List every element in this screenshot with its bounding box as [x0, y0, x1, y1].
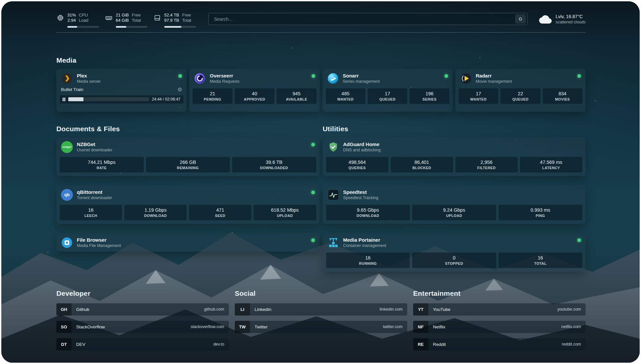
- overseerr-card-header: Overseerr Media Requests: [189, 69, 320, 87]
- portainer-titles: Media Portainer Container management: [343, 237, 386, 249]
- stat-box: 17QUEUED: [368, 88, 407, 104]
- social-bookmarks: Social LI LinkedIn linkedin.com TW Twitt…: [235, 289, 407, 350]
- service-subtitle: Usenet downloader: [77, 147, 112, 153]
- bookmark-twitter[interactable]: TW Twitter twitter.com: [235, 321, 407, 333]
- playback-progress-fill: [68, 97, 83, 101]
- adguard-card[interactable]: AdGuard Home DNS and adblocking 498,564Q…: [323, 137, 586, 176]
- cpu-stat: 31% 2.94 CPU Load: [56, 13, 100, 28]
- system-stats: 31% 2.94 CPU Load: [56, 13, 197, 28]
- overseerr-icon: [194, 73, 206, 84]
- speedtest-icon: [327, 189, 339, 201]
- bookmark-reddit[interactable]: RE Reddit reddit.com: [413, 338, 586, 350]
- cpu-icon: [56, 14, 64, 22]
- status-dot: [178, 74, 182, 78]
- filebrowser-icon: [61, 237, 73, 249]
- bookmark-name: Reddit: [433, 342, 446, 347]
- stat-box: 9.24 GbpsUPLOAD: [412, 205, 496, 220]
- radarr-icon: [460, 73, 472, 84]
- player-row: 24:44 / 02:06:47: [60, 95, 183, 104]
- cloud-icon: [539, 14, 552, 24]
- stat-box: 0.993 msPING: [499, 205, 583, 220]
- cpu-values: 31% 2.94: [67, 13, 76, 23]
- speedtest-titles: Speedtest Speedtest Tracking: [343, 189, 379, 201]
- stat-box: 40APPROVED: [235, 88, 274, 104]
- filebrowser-card-header: File Browser Media File Management: [56, 233, 320, 252]
- bookmark-abbr: RE: [413, 338, 428, 350]
- bookmark-netflix[interactable]: NF Netflix netflix.com: [413, 321, 586, 333]
- portainer-card[interactable]: Media Portainer Container management 16R…: [323, 233, 586, 272]
- nzbget-card-header: nzbget NZBGet Usenet downloader: [56, 137, 320, 156]
- dashboard-content: 31% 2.94 CPU Load: [1, 1, 640, 363]
- radarr-titles: Radarr Movie management: [476, 73, 512, 84]
- nzbget-titles: NZBGet Usenet downloader: [77, 141, 112, 153]
- pause-icon[interactable]: [63, 98, 65, 101]
- stat-box: 485WANTED: [326, 88, 365, 104]
- qbittorrent-card[interactable]: qb qBittorrent Torrent downloader 16LEEC…: [56, 185, 320, 224]
- service-subtitle: Media Requests: [210, 79, 239, 84]
- utilities-section-title: Utilities: [323, 125, 586, 133]
- bookmark-url: dev.to: [213, 342, 224, 347]
- service-name: File Browser: [77, 237, 121, 243]
- bookmarks-area: Developer GH Github github.com SO StackO…: [56, 289, 586, 363]
- qbittorrent-icon: qb: [61, 189, 73, 201]
- qbittorrent-stats: 16LEECH 1.19 GbpsDOWNLOAD 471SEED 618.52…: [56, 204, 320, 224]
- overseerr-card[interactable]: Overseerr Media Requests 21PENDING 40APP…: [189, 69, 320, 112]
- cpu-progress-bar: [67, 26, 99, 28]
- filebrowser-card[interactable]: File Browser Media File Management: [56, 233, 320, 252]
- bookmark-dev[interactable]: DT DEV dev.to: [56, 338, 229, 350]
- search-provider-button[interactable]: G: [515, 15, 526, 23]
- service-subtitle: Torrent downloader: [77, 195, 112, 200]
- nzbget-stats: 744.21 MbpsRATE 266 GBREMAINING 39.6 TBD…: [56, 156, 320, 176]
- plex-icon: [61, 73, 73, 84]
- search-bar[interactable]: G: [208, 13, 528, 25]
- service-name: NZBGet: [77, 141, 112, 148]
- qbittorrent-card-header: qb qBittorrent Torrent downloader: [56, 185, 320, 204]
- bookmark-github[interactable]: GH Github github.com: [56, 303, 229, 316]
- radarr-card[interactable]: Radarr Movie management 17WANTED 22QUEUE…: [455, 69, 586, 112]
- service-name: AdGuard Home: [343, 141, 381, 148]
- weather-widget: Lviv, 16.87°C scattered clouds: [539, 14, 586, 25]
- memory-icon: [105, 14, 113, 22]
- service-name: Speedtest: [343, 189, 379, 196]
- stat-box: 2,956FILTERED: [455, 157, 518, 172]
- bookmark-abbr: DT: [56, 338, 72, 350]
- adguard-icon: [327, 141, 339, 153]
- qbittorrent-titles: qBittorrent Torrent downloader: [77, 189, 112, 201]
- stat-box: 16LEECH: [60, 205, 122, 220]
- stat-box: 1.19 GbpsDOWNLOAD: [124, 205, 187, 220]
- stat-box: 618.52 MbpsUPLOAD: [254, 205, 316, 220]
- entertainment-section-title: Entertainment: [413, 289, 586, 297]
- speedtest-card[interactable]: Speedtest Speedtest Tracking 9.65 GbpsDO…: [323, 185, 586, 224]
- bookmark-youtube[interactable]: YT YouTube youtube.com: [413, 303, 586, 316]
- documents-column: Documents & Files nzbget NZBGet Usenet d…: [56, 125, 320, 252]
- stat-box: 86,401BLOCKED: [391, 157, 453, 172]
- cpu-labels: CPU Load: [79, 13, 88, 23]
- stat-box: 17WANTED: [459, 88, 498, 104]
- bookmark-name: YouTube: [433, 307, 450, 312]
- plex-card[interactable]: Plex Media server Bullet Train ⚙ 24:44 /…: [56, 69, 187, 112]
- sonarr-icon: [327, 73, 339, 84]
- service-name: Radarr: [476, 73, 512, 79]
- speedtest-stats: 9.65 GbpsDOWNLOAD 9.24 GbpsUPLOAD 0.993 …: [323, 204, 586, 224]
- bookmark-abbr: YT: [413, 303, 428, 316]
- sonarr-card[interactable]: Sonarr Series management 485WANTED 17QUE…: [322, 69, 453, 112]
- plex-card-header: Plex Media server: [56, 69, 187, 87]
- status-dot: [311, 238, 315, 242]
- bookmark-name: Github: [76, 307, 89, 312]
- nzbget-icon: nzbget: [61, 141, 73, 153]
- social-section-title: Social: [235, 289, 407, 297]
- adguard-titles: AdGuard Home DNS and adblocking: [343, 141, 381, 153]
- nzbget-card[interactable]: nzbget NZBGet Usenet downloader 744.21 M…: [56, 137, 320, 176]
- stat-box: 21PENDING: [193, 88, 232, 104]
- bookmark-stackoverflow[interactable]: SO StackOverflow stackoverflow.com: [56, 321, 229, 333]
- search-input[interactable]: [213, 16, 515, 22]
- gear-icon[interactable]: ⚙: [177, 87, 182, 92]
- bookmark-abbr: NF: [413, 321, 428, 333]
- service-subtitle: Container management: [343, 243, 386, 248]
- stat-box: 196SERIES: [410, 88, 449, 104]
- stat-box: 834MOVIES: [543, 88, 582, 104]
- dashboard-app: 31% 2.94 CPU Load: [1, 1, 640, 363]
- bookmark-linkedin[interactable]: LI LinkedIn linkedin.com: [235, 303, 407, 316]
- media-section-title: Media: [56, 56, 586, 64]
- service-subtitle: Speedtest Tracking: [343, 195, 379, 200]
